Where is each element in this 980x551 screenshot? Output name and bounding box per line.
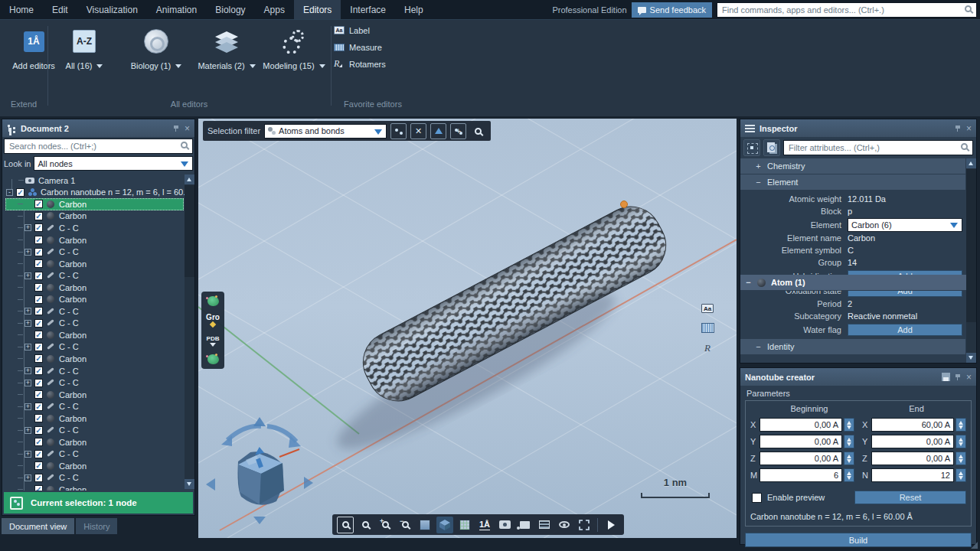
callout-icon[interactable] bbox=[516, 517, 533, 533]
pdb-download-icon[interactable]: PDB bbox=[207, 335, 220, 347]
visibility-checkbox[interactable]: ✓ bbox=[34, 223, 43, 232]
window-resize-grip[interactable] bbox=[971, 542, 978, 549]
visibility-checkbox[interactable]: ✓ bbox=[34, 248, 43, 256]
tree-row[interactable]: + ✓ C - C bbox=[5, 365, 184, 377]
visibility-checkbox[interactable]: ✓ bbox=[34, 236, 43, 244]
chevron-down-icon[interactable] bbox=[250, 64, 256, 68]
visibility-checkbox[interactable]: ✓ bbox=[34, 474, 43, 482]
rotamers-editor-icon[interactable]: R bbox=[704, 342, 710, 354]
expand-icon[interactable]: + bbox=[755, 161, 762, 171]
tree-row[interactable]: ✓ Carbon bbox=[5, 412, 184, 425]
tree-row[interactable]: + ✓ C - C bbox=[5, 246, 184, 258]
scale-icon[interactable]: 1Å bbox=[476, 517, 493, 533]
visibility-checkbox[interactable]: ✓ bbox=[34, 450, 43, 458]
zoom-selection-icon[interactable] bbox=[470, 123, 486, 139]
expand-toggle-icon[interactable]: + bbox=[24, 308, 31, 315]
menu-item[interactable]: Help bbox=[395, 0, 433, 19]
play-icon[interactable] bbox=[603, 517, 619, 533]
viewport-3d[interactable]: Selection filter Atoms and bonds ✕ + Gro… bbox=[198, 119, 737, 538]
chevron-down-icon[interactable] bbox=[319, 64, 325, 68]
tree-row[interactable]: - ✓ Carbon nanotube n = 12, m = 6, l = 6… bbox=[5, 187, 184, 199]
expand-toggle-icon[interactable]: + bbox=[24, 403, 31, 410]
node-search-input[interactable] bbox=[4, 139, 193, 154]
visibility-checkbox[interactable]: ✓ bbox=[34, 426, 43, 435]
select-all-icon[interactable] bbox=[390, 123, 407, 139]
layout-icon[interactable] bbox=[536, 517, 553, 533]
visibility-checkbox[interactable]: ✓ bbox=[34, 259, 43, 268]
close-icon[interactable]: × bbox=[185, 125, 190, 132]
visibility-checkbox[interactable]: ✓ bbox=[34, 438, 43, 446]
background-icon[interactable] bbox=[416, 517, 433, 533]
expand-toggle-icon[interactable]: - bbox=[6, 189, 13, 196]
parameter-input[interactable]: 0,00 A bbox=[760, 452, 842, 465]
panel-tab[interactable]: Document view bbox=[2, 518, 74, 534]
attribute-value[interactable]: C bbox=[848, 246, 854, 255]
zoom-region-icon[interactable] bbox=[357, 517, 374, 533]
fullscreen-icon[interactable] bbox=[576, 517, 593, 533]
tree-row[interactable]: + ✓ C - C bbox=[5, 472, 184, 484]
spinner-control[interactable] bbox=[956, 418, 966, 432]
tree-row[interactable]: ✓ Carbon bbox=[5, 329, 184, 341]
menu-item[interactable]: Visualization bbox=[77, 0, 147, 19]
favorite-label-button[interactable]: Label bbox=[334, 24, 386, 36]
attribute-value[interactable]: 14 bbox=[848, 258, 857, 267]
tree-row[interactable]: ✓ Carbon bbox=[5, 210, 184, 223]
favorite-rotamers-button[interactable]: Rotamers bbox=[334, 58, 386, 70]
section-atom[interactable]: − Atom (1) bbox=[740, 275, 976, 291]
tree-row[interactable]: + ✓ C - C bbox=[5, 305, 184, 318]
enable-preview-checkbox[interactable] bbox=[752, 493, 762, 503]
collapse-icon[interactable]: − bbox=[755, 342, 762, 351]
collapse-icon[interactable]: − bbox=[755, 178, 762, 187]
attribute-value[interactable]: Carbon (6) bbox=[848, 218, 962, 232]
menu-item[interactable]: Animation bbox=[147, 0, 206, 19]
menu-item[interactable]: Editors bbox=[294, 0, 341, 19]
attribute-value[interactable]: 2 bbox=[848, 299, 852, 308]
navigation-cube-icon[interactable] bbox=[436, 517, 453, 533]
zoom-in-icon[interactable]: + bbox=[377, 517, 394, 533]
tree-row[interactable]: ✓ Carbon bbox=[5, 389, 184, 401]
section-element[interactable]: − Element bbox=[740, 174, 965, 191]
visibility-checkbox[interactable]: ✓ bbox=[34, 354, 43, 363]
expand-toggle-icon[interactable]: + bbox=[24, 224, 31, 231]
visibility-checkbox[interactable]: ✓ bbox=[34, 319, 43, 328]
tree-row[interactable]: ✓ Carbon bbox=[5, 198, 184, 210]
measure-editor-icon[interactable] bbox=[701, 323, 714, 333]
visibility-checkbox[interactable]: ✓ bbox=[34, 331, 43, 339]
visibility-checkbox[interactable]: ✓ bbox=[34, 414, 43, 422]
visibility-checkbox[interactable]: ✓ bbox=[34, 295, 43, 304]
scrollbar-thumb[interactable] bbox=[185, 185, 194, 277]
deselect-icon[interactable]: ✕ bbox=[410, 123, 426, 139]
tree-row[interactable]: ✓ Carbon bbox=[5, 258, 184, 270]
menu-item[interactable]: Interface bbox=[341, 0, 395, 19]
visibility-checkbox[interactable]: ✓ bbox=[34, 212, 43, 220]
parameter-input[interactable]: 6 bbox=[760, 468, 842, 482]
parameter-input[interactable]: 12 bbox=[871, 468, 954, 482]
tree-row[interactable]: + ✓ C - C bbox=[5, 318, 184, 330]
import-molecule-icon[interactable] bbox=[207, 296, 219, 306]
inspector-scrollbar[interactable] bbox=[966, 158, 976, 363]
reset-button[interactable]: Reset bbox=[854, 491, 966, 504]
command-search-input[interactable] bbox=[717, 2, 977, 18]
attribute-filter-input[interactable] bbox=[783, 140, 973, 155]
editor-set-biology-button[interactable]: Biology (1) bbox=[122, 26, 190, 70]
gromacs-wizard-icon[interactable]: Gro bbox=[206, 314, 220, 327]
visibility-checkbox[interactable]: ✓ bbox=[34, 343, 43, 351]
chevron-down-icon[interactable] bbox=[96, 64, 103, 68]
tree-row[interactable]: ✓ Carbon bbox=[5, 282, 184, 294]
menu-item[interactable]: Home bbox=[0, 0, 43, 19]
attribute-value[interactable]: Carbon bbox=[848, 233, 875, 243]
export-molecule-icon[interactable] bbox=[207, 354, 219, 364]
tree-row[interactable]: + ✓ C - C bbox=[5, 377, 184, 389]
spinner-control[interactable] bbox=[844, 435, 854, 448]
section-chemistry[interactable]: + Chemistry bbox=[740, 158, 965, 174]
parameter-input[interactable]: 0,00 A bbox=[871, 435, 954, 448]
expand-toggle-icon[interactable]: + bbox=[24, 451, 31, 458]
visibility-checkbox[interactable]: ✓ bbox=[34, 390, 43, 399]
scroll-down-icon[interactable] bbox=[185, 479, 194, 489]
expand-toggle-icon[interactable]: + bbox=[24, 367, 31, 374]
spinner-control[interactable] bbox=[844, 452, 854, 465]
tree-row[interactable]: ✓ Camera 1 bbox=[5, 174, 184, 187]
menu-item[interactable]: Biology bbox=[206, 0, 254, 19]
chevron-down-icon[interactable] bbox=[175, 64, 181, 68]
look-in-dropdown[interactable]: All nodes bbox=[34, 156, 193, 171]
